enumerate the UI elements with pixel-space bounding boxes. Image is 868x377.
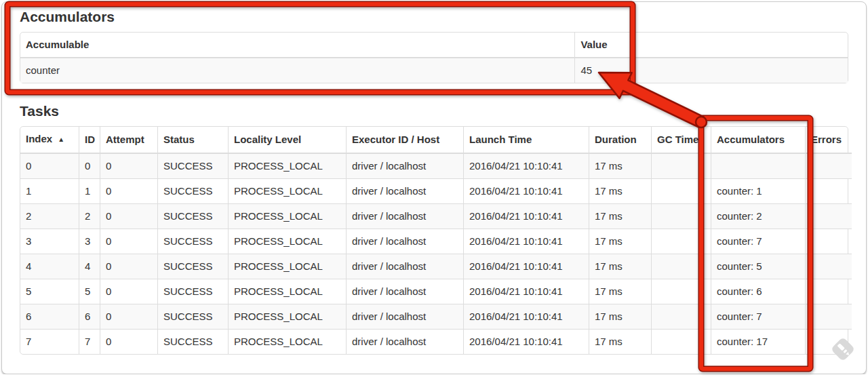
cell-index: 4	[20, 254, 79, 279]
column-header-executor[interactable]: Executor ID / Host	[346, 127, 463, 154]
cell-status: SUCCESS	[157, 203, 228, 229]
cell-launch_time: 2016/04/21 10:10:41	[463, 329, 589, 354]
sort-ascending-icon: ▲	[58, 136, 64, 143]
cell-accumulators	[711, 154, 805, 178]
cell-id: 2	[79, 203, 100, 229]
cell-attempt: 0	[100, 203, 157, 229]
cell-errors	[805, 203, 852, 229]
cell-gc_time	[651, 329, 711, 354]
column-header-gc_time[interactable]: GC Time	[651, 127, 711, 154]
cell-accumulators: counter: 7	[711, 304, 805, 329]
task-row-5: 550SUCCESSPROCESS_LOCALdriver / localhos…	[20, 279, 852, 304]
tasks-table-body: 000SUCCESSPROCESS_LOCALdriver / localhos…	[20, 154, 852, 354]
column-header-value: Value	[574, 33, 848, 58]
task-row-4: 440SUCCESSPROCESS_LOCALdriver / localhos…	[20, 254, 852, 279]
cell-accumulators: counter: 2	[711, 203, 805, 229]
task-row-3: 330SUCCESSPROCESS_LOCALdriver / localhos…	[20, 229, 852, 254]
cell-errors	[805, 154, 852, 178]
cell-duration: 17 ms	[589, 304, 651, 329]
cell-locality: PROCESS_LOCAL	[228, 178, 346, 203]
cell-launch_time: 2016/04/21 10:10:41	[463, 203, 589, 229]
cell-index: 2	[20, 203, 79, 229]
cell-locality: PROCESS_LOCAL	[228, 254, 346, 279]
cell-index: 0	[20, 154, 79, 178]
column-header-id[interactable]: ID	[79, 127, 100, 154]
column-header-index[interactable]: Index▲	[20, 127, 79, 154]
column-header-launch_time[interactable]: Launch Time	[463, 127, 589, 154]
cell-accumulators: counter: 17	[711, 329, 805, 354]
cell-status: SUCCESS	[157, 178, 228, 203]
cell-executor: driver / localhost	[346, 154, 463, 178]
cell-gc_time	[651, 154, 711, 178]
column-header-locality[interactable]: Locality Level	[228, 127, 346, 154]
cell-index: 6	[20, 304, 79, 329]
cell-errors	[805, 279, 852, 304]
cell-attempt: 0	[100, 329, 157, 354]
cell-launch_time: 2016/04/21 10:10:41	[463, 229, 589, 254]
cell-launch_time: 2016/04/21 10:10:41	[463, 154, 589, 178]
cell-id: 4	[79, 254, 100, 279]
cell-status: SUCCESS	[157, 154, 228, 178]
cell-locality: PROCESS_LOCAL	[228, 229, 346, 254]
pencil-watermark-icon	[828, 334, 858, 364]
cell-errors	[805, 254, 852, 279]
cell-locality: PROCESS_LOCAL	[228, 304, 346, 329]
accumulators-section-title: Accumulators	[20, 9, 848, 24]
tasks-table-header-row: Index▲IDAttemptStatusLocality LevelExecu…	[20, 127, 852, 154]
cell-attempt: 0	[100, 229, 157, 254]
task-row-0: 000SUCCESSPROCESS_LOCALdriver / localhos…	[20, 154, 852, 178]
cell-id: 1	[79, 178, 100, 203]
tasks-section-title: Tasks	[20, 103, 848, 119]
cell-index: 3	[20, 229, 79, 254]
cell-status: SUCCESS	[157, 329, 228, 354]
cell-errors	[805, 178, 852, 203]
cell-locality: PROCESS_LOCAL	[228, 329, 346, 354]
tasks-table: Index▲IDAttemptStatusLocality LevelExecu…	[20, 126, 848, 355]
cell-attempt: 0	[100, 178, 157, 203]
cell-gc_time	[651, 178, 711, 203]
cell-executor: driver / localhost	[346, 203, 463, 229]
page-content: Accumulators Accumulable Value counter 4…	[2, 2, 866, 355]
cell-gc_time	[651, 254, 711, 279]
cell-executor: driver / localhost	[346, 279, 463, 304]
column-header-attempt[interactable]: Attempt	[100, 127, 157, 154]
cell-accumulators: counter: 6	[711, 279, 805, 304]
cell-status: SUCCESS	[157, 279, 228, 304]
cell-executor: driver / localhost	[346, 304, 463, 329]
column-header-accumulators[interactable]: Accumulators	[711, 127, 805, 154]
cell-duration: 17 ms	[589, 178, 651, 203]
column-header-accumulable: Accumulable	[20, 33, 574, 58]
column-header-errors[interactable]: Errors	[805, 127, 852, 154]
cell-attempt: 0	[100, 154, 157, 178]
cell-id: 5	[79, 279, 100, 304]
task-row-7: 770SUCCESSPROCESS_LOCALdriver / localhos…	[20, 329, 852, 354]
cell-accumulable-value: 45	[574, 58, 848, 83]
cell-status: SUCCESS	[157, 229, 228, 254]
accumulator-row: counter 45	[20, 58, 848, 83]
cell-accumulable-name: counter	[20, 58, 574, 83]
cell-status: SUCCESS	[157, 254, 228, 279]
cell-attempt: 0	[100, 279, 157, 304]
cell-locality: PROCESS_LOCAL	[228, 154, 346, 178]
cell-accumulators: counter: 7	[711, 229, 805, 254]
cell-gc_time	[651, 229, 711, 254]
column-header-status[interactable]: Status	[157, 127, 228, 154]
cell-duration: 17 ms	[589, 279, 651, 304]
task-row-6: 660SUCCESSPROCESS_LOCALdriver / localhos…	[20, 304, 852, 329]
task-row-2: 220SUCCESSPROCESS_LOCALdriver / localhos…	[20, 203, 852, 229]
cell-executor: driver / localhost	[346, 329, 463, 354]
cell-id: 7	[79, 329, 100, 354]
cell-duration: 17 ms	[589, 229, 651, 254]
cell-attempt: 0	[100, 304, 157, 329]
cell-gc_time	[651, 203, 711, 229]
accumulators-table: Accumulable Value counter 45	[20, 32, 848, 83]
cell-launch_time: 2016/04/21 10:10:41	[463, 304, 589, 329]
cell-launch_time: 2016/04/21 10:10:41	[463, 279, 589, 304]
cell-index: 7	[20, 329, 79, 354]
cell-duration: 17 ms	[589, 329, 651, 354]
column-header-duration[interactable]: Duration	[589, 127, 651, 154]
cell-executor: driver / localhost	[346, 229, 463, 254]
cell-executor: driver / localhost	[346, 254, 463, 279]
cell-duration: 17 ms	[589, 203, 651, 229]
cell-accumulators: counter: 5	[711, 254, 805, 279]
